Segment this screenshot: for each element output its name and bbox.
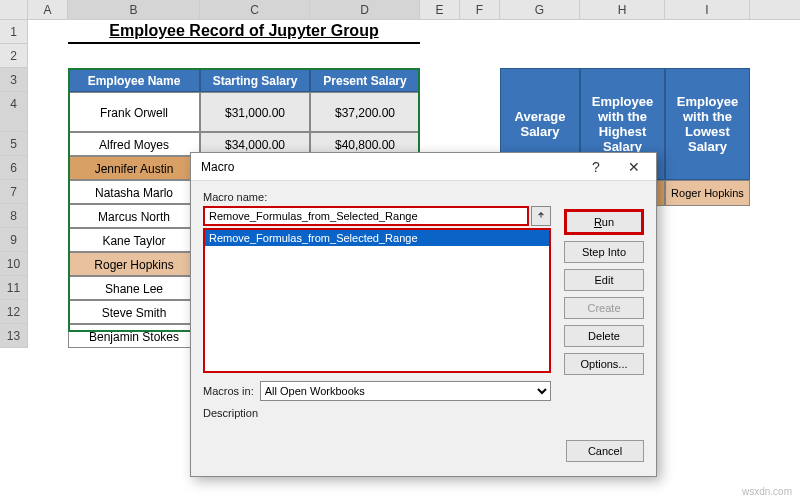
row-9[interactable]: 9 [0, 228, 28, 252]
col-D[interactable]: D [310, 0, 420, 19]
col-A[interactable]: A [28, 0, 68, 19]
list-item[interactable]: Remove_Formulas_from_Selected_Range [205, 230, 549, 246]
summary-lowest-value[interactable]: Roger Hopkins [665, 180, 750, 206]
th-present: Present Salary [310, 68, 420, 92]
summary-lowest-label: Employee with the Lowest Salary [665, 68, 750, 180]
row-2[interactable]: 2 [0, 44, 28, 68]
close-button[interactable]: ✕ [616, 156, 652, 178]
table-cell-name[interactable]: Frank Orwell [68, 92, 200, 132]
description-label: Description [203, 407, 551, 419]
col-B[interactable]: B [68, 0, 200, 19]
cancel-button[interactable]: Cancel [566, 440, 644, 462]
step-into-button[interactable]: Step Into [564, 241, 644, 263]
table-cell-name[interactable]: Roger Hopkins [68, 252, 200, 276]
macro-dialog: Macro ? ✕ Macro name: Remove_Formulas_fr… [190, 152, 657, 477]
row-13[interactable]: 13 [0, 324, 28, 348]
row-8[interactable]: 8 [0, 204, 28, 228]
select-all[interactable] [0, 0, 28, 19]
row-10[interactable]: 10 [0, 252, 28, 276]
col-G[interactable]: G [500, 0, 580, 19]
col-H[interactable]: H [580, 0, 665, 19]
macro-name-input[interactable] [203, 206, 529, 226]
watermark: wsxdn.com [742, 486, 792, 497]
page-title: Employee Record of Jupyter Group [68, 20, 420, 44]
row-5[interactable]: 5 [0, 132, 28, 156]
col-C[interactable]: C [200, 0, 310, 19]
th-start: Starting Salary [200, 68, 310, 92]
table-cell-name[interactable]: Shane Lee [68, 276, 200, 300]
table-cell-start[interactable]: $31,000.00 [200, 92, 310, 132]
row-11[interactable]: 11 [0, 276, 28, 300]
dialog-titlebar[interactable]: Macro ? ✕ [191, 153, 656, 181]
row-7[interactable]: 7 [0, 180, 28, 204]
row-3[interactable]: 3 [0, 68, 28, 92]
macros-in-label: Macros in: [203, 385, 254, 397]
table-cell-name[interactable]: Marcus North [68, 204, 200, 228]
row-4[interactable]: 4 [0, 92, 28, 132]
table-cell-name[interactable]: Steve Smith [68, 300, 200, 324]
table-cell-name[interactable]: Jennifer Austin [68, 156, 200, 180]
macros-in-select[interactable]: All Open Workbooks [260, 381, 551, 401]
collapse-icon[interactable] [531, 206, 551, 226]
options-button[interactable]: Options... [564, 353, 644, 375]
dialog-title: Macro [201, 160, 234, 174]
create-button: Create [564, 297, 644, 319]
col-E[interactable]: E [420, 0, 460, 19]
run-button[interactable]: Run [564, 209, 644, 235]
description-box [203, 422, 551, 462]
col-I[interactable]: I [665, 0, 750, 19]
col-F[interactable]: F [460, 0, 500, 19]
table-cell-name[interactable]: Kane Taylor [68, 228, 200, 252]
edit-button[interactable]: Edit [564, 269, 644, 291]
row-header-col: 1 2 3 4 5 6 7 8 9 10 11 12 13 [0, 20, 28, 348]
table-cell-name[interactable]: Benjamin Stokes [68, 324, 200, 348]
help-button[interactable]: ? [578, 156, 614, 178]
row-6[interactable]: 6 [0, 156, 28, 180]
table-cell-name[interactable]: Alfred Moyes [68, 132, 200, 156]
macro-name-label: Macro name: [203, 191, 551, 203]
th-name: Employee Name [68, 68, 200, 92]
delete-button[interactable]: Delete [564, 325, 644, 347]
column-header-row: A B C D E F G H I [0, 0, 800, 20]
table-cell-name[interactable]: Natasha Marlo [68, 180, 200, 204]
table-cell-present[interactable]: $37,200.00 [310, 92, 420, 132]
macro-list[interactable]: Remove_Formulas_from_Selected_Range [203, 228, 551, 373]
row-1[interactable]: 1 [0, 20, 28, 44]
row-12[interactable]: 12 [0, 300, 28, 324]
